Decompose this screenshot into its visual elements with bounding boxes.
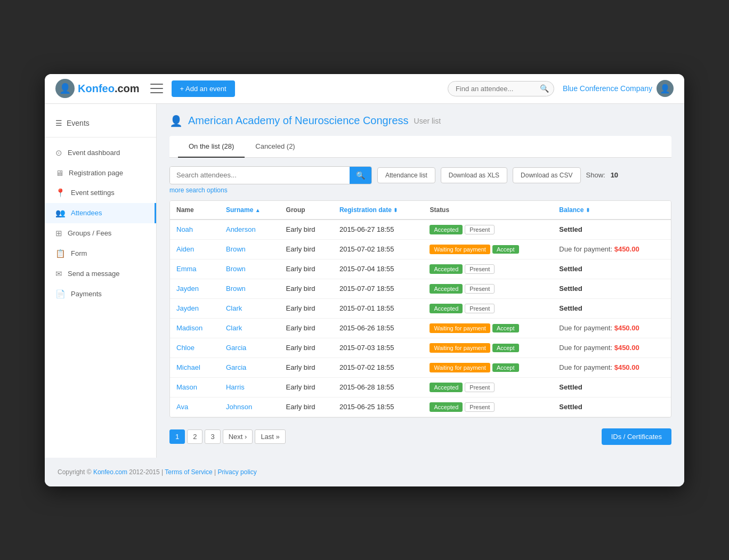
attendee-last-name-link[interactable]: Harris	[226, 383, 245, 391]
download-xls-button[interactable]: Download as XLS	[441, 167, 507, 183]
attendee-last-name-link[interactable]: Clark	[226, 324, 242, 332]
sidebar-item-groups-fees[interactable]: ⊞ Groups / Fees	[45, 223, 156, 244]
attendee-first-name-link[interactable]: Aiden	[176, 245, 194, 253]
cell-balance: Due for payment: $450.00	[553, 318, 671, 338]
download-csv-button[interactable]: Download as CSV	[513, 167, 580, 183]
cell-first-name: Michael	[170, 358, 220, 377]
attendee-first-name-link[interactable]: Chloe	[176, 344, 195, 352]
balance-amount: $450.00	[614, 245, 639, 253]
attendee-first-name-link[interactable]: Jayden	[176, 304, 199, 312]
present-button[interactable]: Present	[465, 304, 495, 313]
cell-first-name: Jayden	[170, 279, 220, 298]
global-search: 🔍	[448, 81, 554, 96]
attendee-last-name-link[interactable]: Brown	[226, 245, 246, 253]
privacy-policy-link[interactable]: Privacy policy	[217, 468, 256, 476]
attendee-first-name-link[interactable]: Ava	[176, 403, 188, 411]
cell-group: Early bird	[280, 358, 333, 377]
last-page-button[interactable]: Last »	[255, 429, 285, 444]
present-button[interactable]: Present	[465, 383, 495, 392]
table-row: JaydenClarkEarly bird2015-07-01 18:55Acc…	[170, 298, 671, 318]
attendee-first-name-link[interactable]: Mason	[176, 383, 197, 391]
cell-first-name: Madison	[170, 318, 220, 338]
cell-last-name: Clark	[220, 298, 280, 318]
accept-button[interactable]: Accept	[492, 344, 519, 352]
col-reg-date[interactable]: Registration date ⬍	[333, 201, 424, 220]
next-page-button[interactable]: Next ›	[223, 429, 253, 444]
attendee-first-name-link[interactable]: Emma	[176, 265, 197, 273]
global-search-input[interactable]	[448, 81, 554, 96]
present-button[interactable]: Present	[465, 225, 495, 234]
topbar: 👤 Konfeo.com + Add an event 🔍 Blue Confe…	[45, 74, 684, 104]
attendee-last-name-link[interactable]: Anderson	[226, 225, 256, 233]
status-badge: Waiting for payment	[430, 343, 490, 353]
present-button[interactable]: Present	[465, 402, 495, 412]
attendee-first-name-link[interactable]: Noah	[176, 225, 193, 233]
accept-button[interactable]: Accept	[492, 324, 519, 332]
page-3-button[interactable]: 3	[205, 429, 220, 444]
attendee-last-name-link[interactable]: Garcia	[226, 363, 246, 371]
sidebar-item-attendees[interactable]: 👥 Attendees	[45, 203, 156, 223]
sidebar-item-registration-page[interactable]: 🖥 Registration page	[45, 163, 156, 183]
ids-certificates-button[interactable]: IDs / Certificates	[602, 428, 671, 445]
attendee-search-input[interactable]	[170, 167, 350, 183]
attendee-search-button[interactable]: 🔍	[350, 167, 371, 184]
attendee-first-name-link[interactable]: Jayden	[176, 285, 199, 293]
add-event-button[interactable]: + Add an event	[172, 80, 235, 97]
status-badge: Accepted	[430, 402, 463, 412]
sidebar-divider	[45, 137, 156, 137]
attendee-last-name-link[interactable]: Brown	[226, 285, 246, 293]
konfeo-link[interactable]: Konfeo.com	[93, 468, 127, 476]
tab-canceled-label: Canceled (2)	[255, 142, 295, 150]
tab-canceled[interactable]: Canceled (2)	[245, 136, 305, 158]
present-button[interactable]: Present	[465, 264, 495, 274]
attendee-first-name-link[interactable]: Michael	[176, 363, 200, 371]
more-search-options[interactable]: more search options	[169, 186, 671, 194]
cell-status: Waiting for paymentAccept	[423, 358, 553, 377]
present-button[interactable]: Present	[465, 284, 495, 294]
sidebar-item-label: Attendees	[71, 209, 102, 217]
page-2-button[interactable]: 2	[187, 429, 203, 444]
cell-balance: Due for payment: $450.00	[553, 338, 671, 358]
terms-of-service-link[interactable]: Terms of Service	[165, 468, 212, 476]
logo[interactable]: 👤 Konfeo.com	[55, 79, 140, 98]
page-1-button[interactable]: 1	[169, 429, 185, 444]
sidebar-item-send-message[interactable]: ✉ Send a message	[45, 264, 156, 284]
cell-group: Early bird	[280, 239, 333, 259]
tab-on-list-label: On the list (28)	[189, 142, 234, 150]
cell-last-name: Clark	[220, 318, 280, 338]
pagination-row: 1 2 3 Next › Last » IDs / Certificates	[169, 426, 671, 447]
cell-reg-date: 2015-06-26 18:55	[333, 318, 424, 338]
pagination: 1 2 3 Next › Last »	[169, 429, 286, 444]
accept-button[interactable]: Accept	[492, 363, 519, 372]
send-message-icon: ✉	[55, 269, 62, 279]
search-icon: 🔍	[540, 84, 549, 93]
col-name: Name	[170, 201, 220, 220]
cell-last-name: Johnson	[220, 397, 280, 417]
attendee-last-name-link[interactable]: Johnson	[226, 403, 252, 411]
attendance-list-button[interactable]: Attendance list	[377, 167, 435, 183]
attendee-last-name-link[interactable]: Brown	[226, 265, 246, 273]
events-icon: ☰	[55, 119, 62, 127]
accept-button[interactable]: Accept	[492, 245, 519, 254]
cell-status: Waiting for paymentAccept	[423, 318, 553, 338]
attendee-last-name-link[interactable]: Clark	[226, 304, 242, 312]
show-label: Show:	[586, 171, 605, 179]
sidebar-item-form[interactable]: 📋 Form	[45, 244, 156, 264]
content-area: 👤 American Academy of Neuroscience Congr…	[157, 104, 684, 458]
sidebar-item-payments[interactable]: 📄 Payments	[45, 284, 156, 304]
user-menu[interactable]: Blue Conference Company 👤	[563, 80, 674, 97]
tab-on-list[interactable]: On the list (28)	[178, 136, 245, 158]
status-badge: Accepted	[430, 383, 463, 392]
col-balance[interactable]: Balance ⬍	[553, 201, 671, 220]
page-header: 👤 American Academy of Neuroscience Congr…	[169, 115, 671, 127]
form-icon: 📋	[55, 249, 66, 258]
hamburger-menu[interactable]	[150, 84, 163, 93]
attendee-last-name-link[interactable]: Garcia	[226, 344, 246, 352]
sort-arrow-date: ⬍	[393, 207, 398, 213]
cell-balance: Due for payment: $450.00	[553, 239, 671, 259]
attendee-first-name-link[interactable]: Madison	[176, 324, 203, 332]
sidebar-item-event-settings[interactable]: 📍 Event settings	[45, 183, 156, 203]
balance-amount: $450.00	[614, 324, 639, 332]
sidebar-item-event-dashboard[interactable]: ⊙ Event dashboard	[45, 143, 156, 163]
col-surname[interactable]: Surname ▲	[220, 201, 280, 220]
